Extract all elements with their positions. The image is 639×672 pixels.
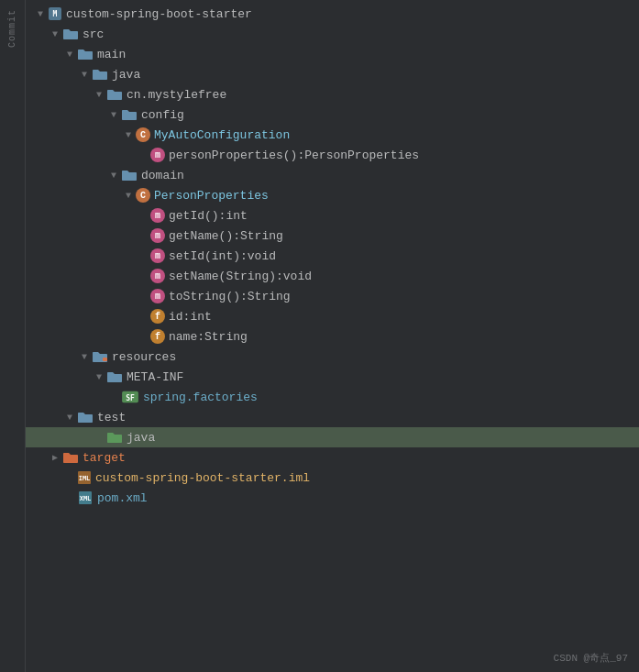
tree-item-config[interactable]: config — [26, 105, 639, 125]
tree-arrow-getName[interactable] — [136, 231, 150, 241]
xml-icon: XML — [77, 490, 94, 506]
folder-icon — [92, 68, 108, 81]
tree-label-target: target — [83, 451, 126, 465]
tree-item-pom.xml[interactable]: XMLpom.xml — [26, 488, 639, 508]
tree-arrow-java[interactable] — [77, 70, 92, 80]
tree-label-getId: getId():int — [169, 209, 248, 223]
tree-item-getName[interactable]: mgetName():String — [26, 226, 639, 246]
tree-arrow-starter.iml[interactable] — [62, 473, 77, 483]
tree-label-nameField: name:String — [169, 330, 248, 344]
tree-arrow-pom.xml[interactable] — [62, 493, 77, 503]
tree-arrow-setId[interactable] — [136, 251, 150, 261]
tree-item-getId[interactable]: mgetId():int — [26, 205, 639, 226]
tree-arrow-idField[interactable] — [136, 312, 150, 322]
tree-arrow-java2[interactable] — [92, 433, 106, 443]
tree-label-java: java — [112, 68, 140, 82]
watermark-text: CSDN @奇点_97 — [554, 653, 628, 664]
tree-arrow-spring.factories[interactable] — [106, 392, 121, 402]
class-icon: C — [136, 188, 150, 203]
sidebar-label: Commit — [7, 9, 17, 48]
class-icon: C — [136, 127, 150, 142]
tree-arrow-META-INF[interactable] — [92, 372, 106, 382]
svg-rect-2 — [103, 358, 107, 361]
tree-item-resources[interactable]: resources — [26, 347, 639, 367]
tree-arrow-cn.mystylefree[interactable] — [92, 90, 106, 100]
tree-item-main[interactable]: main — [26, 44, 639, 64]
watermark: CSDN @奇点_97 — [554, 651, 628, 665]
method-icon: m — [150, 228, 165, 243]
method-icon: m — [150, 289, 165, 303]
svg-text:SF: SF — [126, 394, 135, 402]
tree-item-nameField[interactable]: fname:String — [26, 326, 639, 347]
tree-arrow-nameField[interactable] — [136, 332, 150, 342]
tree-item-personProperties[interactable]: mpersonProperties():PersonProperties — [26, 145, 639, 165]
method-icon: m — [150, 248, 165, 263]
tree-item-starter.iml[interactable]: IMLcustom-spring-boot-starter.iml — [26, 468, 639, 488]
folder-icon — [77, 411, 94, 424]
tree-item-idField[interactable]: fid:int — [26, 306, 639, 326]
method-icon: m — [150, 148, 165, 162]
iml-icon: IML — [77, 470, 92, 485]
sidebar-strip: Commit — [0, 0, 26, 672]
file-tree: Mcustom-spring-boot-starter src main jav… — [26, 0, 639, 672]
tree-item-PersonProperties[interactable]: CPersonProperties — [26, 185, 639, 205]
resources-folder-icon — [92, 350, 108, 363]
tree-item-META-INF[interactable]: META-INF — [26, 367, 639, 387]
tree-item-setId[interactable]: msetId(int):void — [26, 246, 639, 266]
tree-arrow-getId[interactable] — [136, 211, 150, 221]
tree-arrow-target[interactable] — [48, 452, 62, 463]
tree-arrow-PersonProperties[interactable] — [121, 191, 136, 201]
tree-item-test[interactable]: test — [26, 407, 639, 427]
module-icon: M — [48, 6, 62, 21]
folder-icon — [121, 108, 138, 121]
tree-arrow-test[interactable] — [62, 413, 77, 423]
tree-item-cn.mystylefree[interactable]: cn.mystylefree — [26, 84, 639, 105]
tree-arrow-personProperties[interactable] — [136, 150, 150, 160]
tree-arrow-main[interactable] — [62, 50, 77, 60]
svg-text:IML: IML — [79, 475, 91, 482]
tree-label-cn.mystylefree: cn.mystylefree — [127, 88, 226, 102]
tree-item-src[interactable]: src — [26, 24, 639, 44]
java-test-folder-icon — [106, 431, 123, 444]
tree-item-setName[interactable]: msetName(String):void — [26, 266, 639, 286]
folder-icon — [121, 169, 138, 182]
field-icon: f — [150, 329, 165, 344]
tree-label-java2: java — [127, 431, 155, 445]
tree-label-spring.factories: spring.factories — [143, 391, 258, 404]
tree-label-root: custom-spring-boot-starter — [66, 7, 252, 21]
tree-arrow-root[interactable] — [33, 9, 48, 19]
tree-item-java2[interactable]: java — [26, 427, 639, 447]
target-folder-icon — [62, 451, 79, 464]
tree-label-src: src — [83, 28, 104, 41]
svg-text:XML: XML — [80, 495, 92, 502]
tree-arrow-resources[interactable] — [77, 352, 92, 362]
tree-item-spring.factories[interactable]: SF spring.factories — [26, 387, 639, 407]
tree-item-toString[interactable]: mtoString():String — [26, 286, 639, 306]
folder-icon — [106, 88, 123, 101]
tree-label-PersonProperties: PersonProperties — [154, 189, 269, 203]
tree-arrow-toString[interactable] — [136, 292, 150, 302]
tree-item-MyAutoConfiguration[interactable]: CMyAutoConfiguration — [26, 125, 639, 145]
tree-label-personProperties: personProperties():PersonProperties — [169, 149, 419, 162]
tree-label-setName: setName(String):void — [169, 270, 312, 283]
folder-icon — [106, 370, 123, 383]
field-icon: f — [150, 309, 165, 324]
tree-arrow-src[interactable] — [48, 29, 62, 39]
tree-label-setId: setId(int):void — [169, 249, 276, 263]
tree-arrow-config[interactable] — [106, 110, 121, 120]
tree-arrow-MyAutoConfiguration[interactable] — [121, 130, 136, 140]
tree-label-config: config — [141, 108, 184, 122]
tree-item-domain[interactable]: domain — [26, 165, 639, 185]
svg-text:M: M — [53, 10, 58, 18]
tree-label-starter.iml: custom-spring-boot-starter.iml — [95, 471, 310, 485]
tree-arrow-domain[interactable] — [106, 171, 121, 181]
folder-icon — [62, 28, 79, 40]
spring-factories-icon: SF — [121, 390, 139, 404]
tree-item-target[interactable]: target — [26, 447, 639, 468]
tree-arrow-setName[interactable] — [136, 271, 150, 281]
tree-item-java[interactable]: java — [26, 64, 639, 84]
tree-item-root[interactable]: Mcustom-spring-boot-starter — [26, 4, 639, 24]
tree-label-resources: resources — [112, 350, 176, 364]
method-icon: m — [150, 269, 165, 283]
tree-label-toString: toString():String — [169, 290, 291, 303]
